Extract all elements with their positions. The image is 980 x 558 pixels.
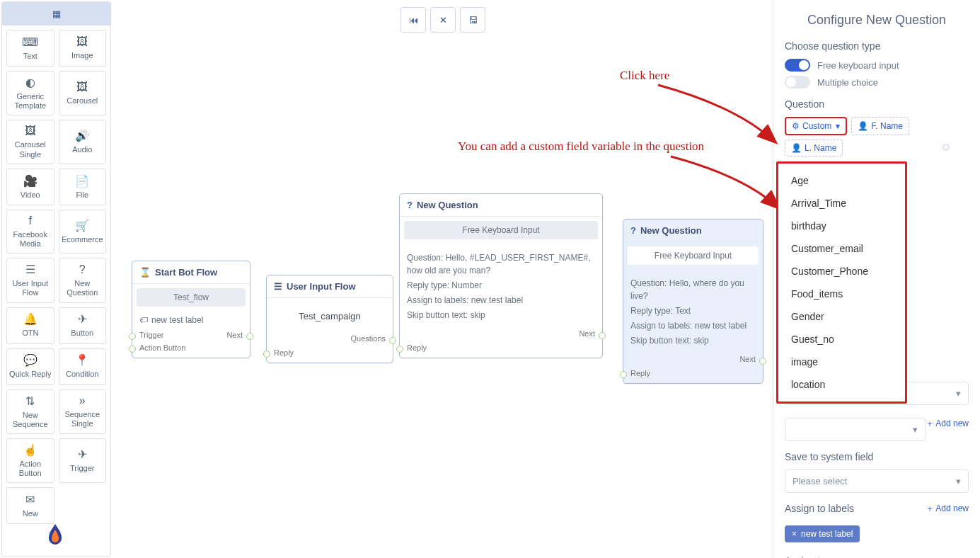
chevron-down-icon: ▾ bbox=[956, 476, 961, 486]
tool-sequence-single[interactable]: »Sequence Single bbox=[59, 389, 107, 434]
tool-generic-template[interactable]: ◐Generic Template bbox=[6, 71, 54, 115]
tool-quick-reply[interactable]: 💬Quick Reply bbox=[6, 348, 54, 385]
tool-user-input-flow[interactable]: ☰User Input Flow bbox=[6, 258, 54, 302]
tool-label: New Question bbox=[61, 279, 105, 297]
custom-option-customer_phone[interactable]: Customer_Phone bbox=[778, 260, 905, 283]
tool-trigger[interactable]: ✈Trigger bbox=[59, 438, 107, 483]
annotation-custom-field: You can add a custom field variable in t… bbox=[458, 140, 704, 154]
tool-label: Text bbox=[23, 52, 38, 61]
tool-new[interactable]: ✉New bbox=[6, 487, 54, 524]
system-field-select[interactable]: Please select▾ bbox=[785, 469, 969, 493]
tool-label: Facebook Media bbox=[8, 230, 52, 249]
port-action[interactable] bbox=[129, 346, 136, 353]
add-new-custom[interactable]: ＋ Add new bbox=[926, 418, 969, 430]
choose-type-label: Choose question type bbox=[785, 40, 969, 52]
person-icon: 👤 bbox=[791, 143, 802, 153]
custom-option-image[interactable]: image bbox=[778, 351, 905, 373]
node-title: Start Bot Flow bbox=[155, 267, 217, 278]
custom-field-select[interactable]: ▾ bbox=[785, 418, 926, 441]
toolbox-panel: ▦ ⌨Text🖼Image◐Generic Template🖼Carousel🖼… bbox=[1, 1, 111, 557]
node-user-input-flow[interactable]: ☰User Input Flow Test_campaign Questions… bbox=[266, 275, 393, 363]
tool-carousel-single[interactable]: 🖼Carousel Single bbox=[6, 120, 54, 164]
custom-option-birthday[interactable]: birthday bbox=[778, 215, 905, 237]
tool-carousel[interactable]: 🖼Carousel bbox=[59, 71, 107, 115]
remove-icon[interactable]: × bbox=[792, 529, 797, 539]
flow-canvas[interactable]: ⏮ ✕ 🖫 ⌛Start Bot Flow Test_flow 🏷new tes… bbox=[113, 0, 773, 558]
tool-facebook-media[interactable]: fFacebook Media bbox=[6, 210, 54, 254]
tool-icon: 🔔 bbox=[23, 312, 38, 326]
custom-field-button[interactable]: ⚙ Custom ▾ bbox=[785, 117, 847, 135]
list-icon: ☰ bbox=[274, 281, 282, 292]
port-next[interactable] bbox=[759, 358, 766, 365]
port-label-next: Next bbox=[739, 355, 756, 363]
node-title: User Input Flow bbox=[287, 281, 356, 292]
tool-label: File bbox=[76, 190, 88, 200]
toggle-label-multiple: Multiple choice bbox=[817, 77, 878, 88]
port-reply[interactable] bbox=[396, 346, 403, 353]
custom-option-customer_email[interactable]: Customer_email bbox=[778, 237, 905, 260]
custom-option-arrival_time[interactable]: Arrival_Time bbox=[778, 192, 905, 215]
toggle-label-keyboard: Free keyboard input bbox=[817, 60, 899, 71]
label-chip[interactable]: ×new test label bbox=[785, 525, 860, 542]
save-button[interactable]: 🖫 bbox=[460, 7, 485, 33]
tool-new-sequence[interactable]: ⇅New Sequence bbox=[6, 389, 54, 434]
custom-option-age[interactable]: Age bbox=[778, 169, 905, 192]
tool-action-button[interactable]: ☝Action Button bbox=[6, 438, 54, 483]
tool-label: Carousel Single bbox=[8, 140, 52, 159]
tool-button[interactable]: ✈Button bbox=[59, 307, 107, 344]
custom-option-gender[interactable]: Gender bbox=[778, 305, 905, 328]
custom-option-guest_no[interactable]: Guest_no bbox=[778, 328, 905, 351]
tool-label: New Sequence bbox=[8, 411, 52, 429]
rewind-button[interactable]: ⏮ bbox=[400, 7, 426, 33]
add-new-label: Add new bbox=[935, 418, 969, 428]
port-label-reply: Reply bbox=[274, 348, 294, 357]
toggle-multiple-choice[interactable] bbox=[785, 76, 810, 89]
port-questions[interactable] bbox=[389, 337, 396, 344]
chevron-down-icon: ▾ bbox=[836, 121, 840, 131]
hourglass-icon: ⌛ bbox=[139, 267, 151, 278]
tool-label: Audio bbox=[72, 145, 92, 154]
toolbox-header[interactable]: ▦ bbox=[2, 2, 110, 25]
tool-video[interactable]: 🎥Video bbox=[6, 169, 54, 205]
skip-text: Skip button text: skip bbox=[630, 334, 756, 347]
tool-label: Condition bbox=[66, 370, 98, 379]
add-new-label-button[interactable]: ＋ Add new bbox=[926, 503, 969, 515]
question-icon: ? bbox=[630, 225, 636, 236]
tool-label: Trigger bbox=[70, 464, 94, 473]
port-reply[interactable] bbox=[263, 351, 270, 358]
custom-option-food_items[interactable]: Food_items bbox=[778, 283, 905, 305]
tool-label: Video bbox=[21, 190, 40, 200]
node-question-2[interactable]: ?New Question Free Keyboard Input Questi… bbox=[623, 219, 763, 384]
last-name-button[interactable]: 👤 L. Name bbox=[785, 140, 843, 156]
tool-otn[interactable]: 🔔OTN bbox=[6, 307, 54, 344]
tool-new-question[interactable]: ?New Question bbox=[59, 258, 107, 302]
port-next[interactable] bbox=[599, 332, 606, 339]
tool-icon: ✈ bbox=[78, 312, 87, 326]
toggle-free-keyboard[interactable] bbox=[785, 59, 810, 72]
tool-icon: 🖼 bbox=[76, 35, 88, 48]
tool-text[interactable]: ⌨Text bbox=[6, 30, 54, 67]
port-next[interactable] bbox=[246, 333, 253, 340]
panel-title: Configure New Question bbox=[785, 13, 969, 28]
tool-audio[interactable]: 🔊Audio bbox=[59, 120, 107, 164]
tool-icon: ✈ bbox=[78, 448, 87, 461]
tool-label: Generic Template bbox=[8, 92, 52, 110]
node-question-1[interactable]: ?New Question Free Keyboard Input Questi… bbox=[399, 193, 603, 358]
tool-ecommerce[interactable]: 🛒Ecommerce bbox=[59, 210, 107, 254]
tool-icon: ◐ bbox=[25, 76, 35, 89]
custom-option-location[interactable]: location bbox=[778, 373, 905, 396]
port-reply[interactable] bbox=[620, 371, 627, 378]
assign-labels-label: Assign to labels bbox=[785, 503, 854, 514]
tool-condition[interactable]: 📍Condition bbox=[59, 348, 107, 385]
tool-file[interactable]: 📄File bbox=[59, 169, 107, 205]
tag-icon: 🏷 bbox=[139, 315, 148, 325]
port-trigger[interactable] bbox=[129, 333, 136, 340]
tool-image[interactable]: 🖼Image bbox=[59, 30, 107, 67]
plus-icon: ＋ bbox=[926, 418, 934, 428]
first-name-button[interactable]: 👤 F. Name bbox=[851, 117, 909, 135]
fit-button[interactable]: ✕ bbox=[430, 7, 456, 33]
node-start-bot-flow[interactable]: ⌛Start Bot Flow Test_flow 🏷new test labe… bbox=[132, 261, 250, 358]
emoji-button[interactable]: ☺ bbox=[940, 141, 952, 154]
port-label-trigger: Trigger bbox=[139, 331, 163, 339]
port-label-questions: Questions bbox=[350, 334, 386, 343]
